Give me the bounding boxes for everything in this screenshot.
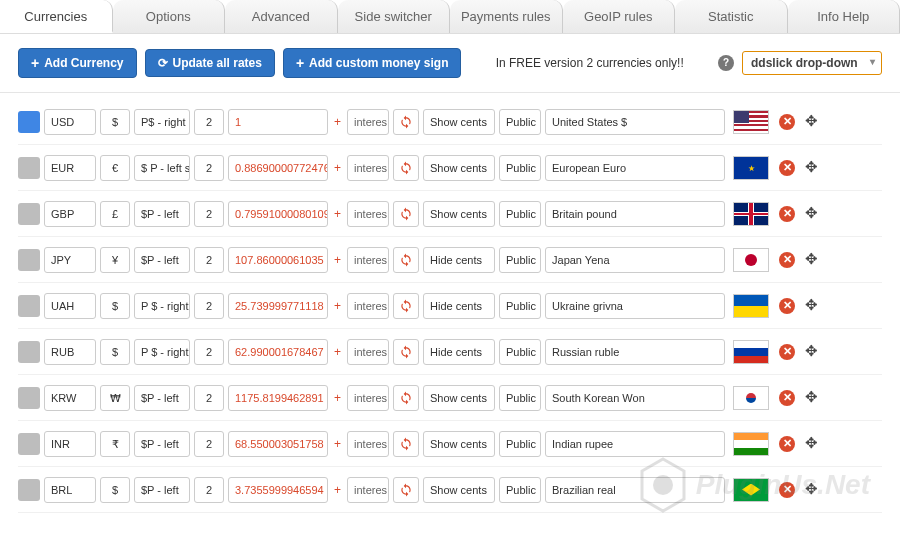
- cents-select[interactable]: Show cents: [423, 431, 495, 457]
- symbol-position-select[interactable]: $P - left: [134, 247, 190, 273]
- refresh-rate-button[interactable]: [393, 293, 419, 319]
- currency-symbol-input[interactable]: $: [100, 293, 130, 319]
- rate-input[interactable]: 107.86000061035: [228, 247, 328, 273]
- drag-handle[interactable]: [18, 479, 40, 501]
- add-currency-button[interactable]: +Add Currency: [18, 48, 137, 78]
- interest-input[interactable]: interes: [347, 247, 389, 273]
- decimals-input[interactable]: 2: [194, 247, 224, 273]
- description-input[interactable]: Indian rupee: [545, 431, 725, 457]
- currency-symbol-input[interactable]: $: [100, 339, 130, 365]
- currency-symbol-input[interactable]: $: [100, 109, 130, 135]
- cents-select[interactable]: Show cents: [423, 477, 495, 503]
- currency-symbol-input[interactable]: $: [100, 477, 130, 503]
- tab-currencies[interactable]: Currencies: [0, 0, 113, 33]
- visibility-select[interactable]: Public: [499, 293, 541, 319]
- delete-button[interactable]: ✕: [779, 160, 795, 176]
- flag-icon[interactable]: [733, 386, 769, 410]
- rate-input[interactable]: 0.88690000772476: [228, 155, 328, 181]
- delete-button[interactable]: ✕: [779, 482, 795, 498]
- symbol-position-select[interactable]: $P - left: [134, 385, 190, 411]
- add-rate-icon[interactable]: +: [332, 253, 343, 267]
- visibility-select[interactable]: Public: [499, 339, 541, 365]
- description-input[interactable]: Japan Yena: [545, 247, 725, 273]
- decimals-input[interactable]: 2: [194, 293, 224, 319]
- refresh-rate-button[interactable]: [393, 155, 419, 181]
- rate-input[interactable]: 25.739999771118: [228, 293, 328, 319]
- update-rates-button[interactable]: ⟳Update all rates: [145, 49, 275, 77]
- visibility-select[interactable]: Public: [499, 201, 541, 227]
- description-input[interactable]: Britain pound: [545, 201, 725, 227]
- interest-input[interactable]: interes: [347, 431, 389, 457]
- add-rate-icon[interactable]: +: [332, 391, 343, 405]
- rate-input[interactable]: 3.7355999946594: [228, 477, 328, 503]
- refresh-rate-button[interactable]: [393, 339, 419, 365]
- move-icon[interactable]: [803, 389, 821, 407]
- tab-advanced[interactable]: Advanced: [225, 0, 338, 33]
- cents-select[interactable]: Show cents: [423, 385, 495, 411]
- drag-handle[interactable]: [18, 341, 40, 363]
- currency-code-input[interactable]: JPY: [44, 247, 96, 273]
- flag-icon[interactable]: [733, 294, 769, 318]
- decimals-input[interactable]: 2: [194, 431, 224, 457]
- drag-handle[interactable]: [18, 203, 40, 225]
- visibility-select[interactable]: Public: [499, 155, 541, 181]
- currency-symbol-input[interactable]: ₩: [100, 385, 130, 411]
- add-rate-icon[interactable]: +: [332, 115, 343, 129]
- rate-input[interactable]: 1175.8199462891: [228, 385, 328, 411]
- decimals-input[interactable]: 2: [194, 477, 224, 503]
- cents-select[interactable]: Hide cents: [423, 247, 495, 273]
- currency-code-input[interactable]: UAH: [44, 293, 96, 319]
- flag-icon[interactable]: [733, 340, 769, 364]
- refresh-rate-button[interactable]: [393, 201, 419, 227]
- symbol-position-select[interactable]: $ P - left s: [134, 155, 190, 181]
- currency-code-input[interactable]: KRW: [44, 385, 96, 411]
- move-icon[interactable]: [803, 251, 821, 269]
- currency-code-input[interactable]: EUR: [44, 155, 96, 181]
- description-input[interactable]: European Euro: [545, 155, 725, 181]
- description-input[interactable]: United States $: [545, 109, 725, 135]
- flag-icon[interactable]: [733, 110, 769, 134]
- drag-handle[interactable]: [18, 157, 40, 179]
- currency-code-input[interactable]: GBP: [44, 201, 96, 227]
- symbol-position-select[interactable]: $P - left: [134, 431, 190, 457]
- move-icon[interactable]: [803, 297, 821, 315]
- interest-input[interactable]: interes: [347, 109, 389, 135]
- description-input[interactable]: Brazilian real: [545, 477, 725, 503]
- flag-icon[interactable]: [733, 248, 769, 272]
- rate-input[interactable]: 0.79591000080109: [228, 201, 328, 227]
- symbol-position-select[interactable]: $P - left: [134, 201, 190, 227]
- refresh-rate-button[interactable]: [393, 109, 419, 135]
- move-icon[interactable]: [803, 481, 821, 499]
- decimals-input[interactable]: 2: [194, 155, 224, 181]
- add-rate-icon[interactable]: +: [332, 207, 343, 221]
- cents-select[interactable]: Hide cents: [423, 339, 495, 365]
- delete-button[interactable]: ✕: [779, 206, 795, 222]
- interest-input[interactable]: interes: [347, 155, 389, 181]
- visibility-select[interactable]: Public: [499, 247, 541, 273]
- cents-select[interactable]: Hide cents: [423, 293, 495, 319]
- currency-symbol-input[interactable]: ₹: [100, 431, 130, 457]
- currency-symbol-input[interactable]: €: [100, 155, 130, 181]
- currency-code-input[interactable]: USD: [44, 109, 96, 135]
- move-icon[interactable]: [803, 343, 821, 361]
- currency-code-input[interactable]: INR: [44, 431, 96, 457]
- delete-button[interactable]: ✕: [779, 114, 795, 130]
- flag-icon[interactable]: [733, 478, 769, 502]
- delete-button[interactable]: ✕: [779, 436, 795, 452]
- delete-button[interactable]: ✕: [779, 252, 795, 268]
- decimals-input[interactable]: 2: [194, 201, 224, 227]
- tab-geoip-rules[interactable]: GeoIP rules: [563, 0, 676, 33]
- decimals-input[interactable]: 2: [194, 109, 224, 135]
- currency-symbol-input[interactable]: ¥: [100, 247, 130, 273]
- description-input[interactable]: Russian ruble: [545, 339, 725, 365]
- delete-button[interactable]: ✕: [779, 390, 795, 406]
- flag-icon[interactable]: [733, 156, 769, 180]
- interest-input[interactable]: interes: [347, 339, 389, 365]
- cents-select[interactable]: Show cents: [423, 109, 495, 135]
- rate-input[interactable]: 62.990001678467: [228, 339, 328, 365]
- symbol-position-select[interactable]: $P - left: [134, 477, 190, 503]
- refresh-rate-button[interactable]: [393, 431, 419, 457]
- move-icon[interactable]: [803, 113, 821, 131]
- interest-input[interactable]: interes: [347, 293, 389, 319]
- drag-handle[interactable]: [18, 387, 40, 409]
